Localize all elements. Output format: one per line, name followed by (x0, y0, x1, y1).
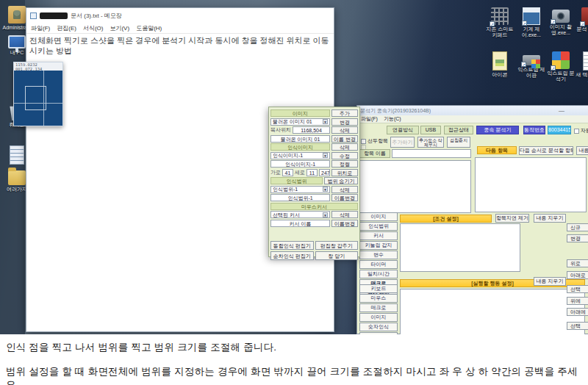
condition-nav-button[interactable]: 일치/시간 (359, 270, 398, 278)
stop-button[interactable]: 검침증지 (447, 137, 470, 148)
side-button-insert-below[interactable]: 아래에 (567, 308, 588, 316)
rename-button-1[interactable]: 이름 변경 (331, 135, 358, 143)
next-item-header: 다음 항목 (477, 146, 517, 154)
shortcut-arrow-icon: ↗ (551, 65, 556, 71)
desktop-icon-smart-keypad[interactable]: ↗ 지존 스마트 키패드 (484, 7, 515, 38)
auto-connect-label: 자동접속 (581, 127, 588, 134)
selection-rectangle (25, 86, 46, 110)
edit-button[interactable]: 수정 (331, 152, 358, 159)
clear-contents-button-2[interactable]: 내용 지우기 (534, 277, 566, 286)
first-item-checkbox[interactable]: 선두항목 (361, 137, 388, 145)
align-button[interactable]: 정렬 (331, 160, 358, 168)
action-nav-button[interactable]: 변수 (359, 332, 398, 334)
notepad-menu-item[interactable]: 편집(E) (57, 24, 76, 32)
notepad-menu-item[interactable]: 서식(O) (83, 24, 104, 32)
range-select[interactable]: 인식범위-1▼ (270, 186, 330, 193)
desktop-icon-machine-control[interactable]: ↗ 기계 제어.exe... (516, 7, 547, 38)
hide-editor-button[interactable]: 편집창 감추기 (315, 241, 359, 250)
minimize-icon[interactable]: — (559, 107, 564, 114)
video-icon: ↗ (581, 7, 588, 25)
notepad-menu-item[interactable]: 도움말(H) (136, 24, 162, 32)
rename-button-3[interactable]: 이름변경 (331, 220, 358, 227)
condition-nav-button[interactable]: 커서 (359, 231, 398, 240)
remove-delay-button[interactable]: 항목지연 제거 (495, 214, 529, 223)
next-item-listbox[interactable] (475, 157, 587, 212)
code-number-button[interactable]: 80034415 (548, 126, 571, 134)
delete-button-2[interactable]: 삭제 (331, 143, 358, 151)
clear-right-button[interactable]: 내용 지우기 (576, 146, 588, 155)
next-order-button[interactable]: 다음 순서로 분석할 항목 (519, 146, 573, 155)
hide-range-button[interactable]: 범위 숨기기 (324, 177, 358, 184)
side-button-up[interactable]: 위로 (567, 259, 588, 267)
unified-recognition-editor-button[interactable]: 통합인식 편집기 (270, 241, 314, 250)
side-button-select-1[interactable]: 선택 (567, 285, 588, 293)
action-nav-button[interactable]: 이미지 (359, 313, 398, 322)
image-select[interactable]: 불러온 이미지 01▼ (270, 118, 330, 126)
connection-method-label: 연결방식 (387, 126, 419, 134)
caption-line-2: 범위 설정을 할 때 화면전체에 범위를 지정하는 경우에 화면 밖까지 끌어 … (0, 354, 588, 385)
action-number-button[interactable]: 동작번호 (523, 126, 545, 134)
ignore-delete-button[interactable]: 추가요소 삭제무시 (417, 137, 444, 148)
side-button-new[interactable]: 신규 (567, 223, 588, 231)
chevron-down-icon: ▼ (323, 187, 328, 192)
screenshot-root: Administra... 내 PC 휴지통 여러가지 ↗ 지존 스마트 키패드… (0, 0, 588, 385)
desktop-icon-image-capture[interactable]: ↗ 이미지 촬영.exe... (545, 7, 576, 36)
item-name-input[interactable] (392, 149, 471, 158)
cursor-name-input[interactable]: 커서 이름 (270, 220, 330, 227)
desktop-icon-extreme-analyzer[interactable]: ↗ 익스트림 분석기 (545, 51, 576, 82)
image-name-input[interactable]: 불러온 이미지 01 (270, 135, 330, 143)
side-button-select-2[interactable]: 선택 (567, 322, 588, 330)
add-button[interactable]: 추가 (331, 109, 358, 117)
analyzer-titlebar: 분석기 종속기(20190326104B) — (357, 106, 588, 115)
action-nav-button[interactable]: 숫자인식 (359, 323, 398, 331)
close-window-button[interactable]: 창 닫기 (315, 251, 359, 260)
keyboard-app-icon: ↗ (523, 55, 540, 65)
analyzer-menu-item[interactable]: 파일(F) (361, 115, 378, 123)
action-area[interactable] (400, 289, 585, 334)
side-button-change[interactable]: 변경 (567, 234, 588, 242)
notepad-title: 문서 (3).txt - 메모장 (71, 12, 122, 20)
desktop-icon-new-text-document[interactable]: 새 텍스트 문서 (575, 51, 588, 84)
notepad-icon (30, 12, 37, 19)
action-nav-button[interactable]: 매크로 (359, 303, 398, 312)
notepad-text-area[interactable]: 전체화면 찍기로 스샷을 찍은 경우에 분석기 시작과 동시에 창을 정해진 위… (26, 34, 334, 57)
notepad-menu-item[interactable]: 파일(F) (31, 24, 50, 32)
delete-button-3[interactable]: 삭제 (331, 186, 358, 193)
app-window-icon: ↗ (523, 7, 540, 25)
side-button-insert-above[interactable]: 위에 (567, 297, 588, 305)
cursor-select[interactable]: 선택된 커서▼ (270, 211, 330, 218)
item-listbox[interactable] (359, 160, 471, 213)
side-button-down[interactable]: 아래로 (567, 271, 588, 279)
change-button[interactable]: 변경 (331, 118, 358, 126)
analyzer-menu-item[interactable]: 기능(C) (384, 115, 401, 123)
condition-nav-button[interactable]: 이미지 (359, 212, 398, 221)
delete-button-1[interactable]: 삭제 (331, 126, 358, 134)
delete-button-4[interactable]: 삭제 (331, 211, 358, 218)
goto-position-button[interactable]: 위치로 (331, 169, 358, 176)
rename-button-2[interactable]: 이름변경 (331, 194, 358, 201)
action-nav-button[interactable]: 키보드 (359, 284, 398, 293)
desktop-icon-icon-file[interactable]: 아이콘 (484, 51, 515, 78)
action-nav-button[interactable]: 마우스 (359, 294, 398, 303)
condition-nav-button[interactable]: 타이머 (359, 260, 398, 269)
recognition-name-input[interactable]: 인식이미지-1 (270, 160, 330, 168)
analyzer-mode-button[interactable]: 종속 분석기 (476, 126, 519, 134)
macro-editor-panel: 이미지 추가 불러온 이미지 01▼ 변경 복사위치 1168,504 삭제 불… (268, 107, 360, 257)
auto-connect-checkbox[interactable]: 자동접속 (574, 127, 588, 134)
desktop-icon-label: 아이콘 (492, 72, 508, 78)
condition-nav-button[interactable]: 변수 (359, 251, 398, 259)
recognition-image-header: 인식이미지 (270, 143, 330, 151)
width-value: 41 (282, 169, 293, 176)
desktop-icon-analysis-video[interactable]: ↗ 분석 동영상 (575, 7, 588, 32)
range-name-input[interactable]: 인식범위-1 (270, 194, 330, 201)
clear-contents-button-1[interactable]: 내용 지우기 (534, 214, 566, 223)
condition-nav-button[interactable]: 키눌림 감지 (359, 241, 398, 250)
desktop-icon-extreme-control-panel[interactable]: ↗ 익스트림 제어판 (516, 51, 547, 79)
condition-area[interactable] (400, 223, 520, 272)
condition-nav-button[interactable]: 인식범위 (359, 222, 398, 231)
keypad-icon: ↗ (491, 7, 509, 25)
notepad-menu-item[interactable]: 보기(V) (110, 24, 129, 32)
sequential-recognition-editor-button[interactable]: 순차인식 편집기 (270, 251, 314, 260)
image-section-header: 이미지 (270, 109, 330, 117)
recognition-image-select[interactable]: 인식이미지-1▼ (270, 152, 330, 159)
